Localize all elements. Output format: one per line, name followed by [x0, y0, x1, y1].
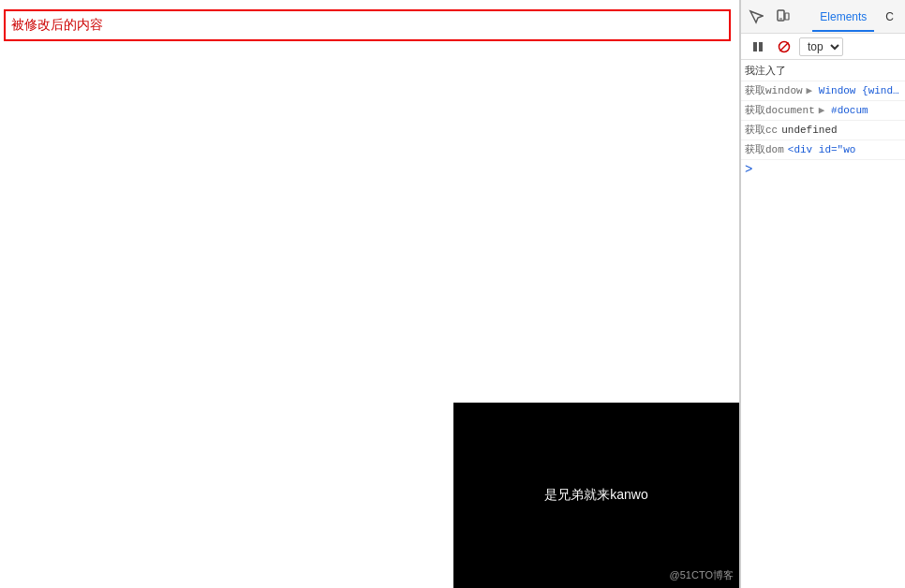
stop-icon-button[interactable] — [773, 36, 795, 58]
black-box-label: 是兄弟就来kanwo — [544, 487, 647, 504]
console-value-4: undefined — [781, 122, 837, 139]
console-line-5: 获取dom <div id="wo — [741, 140, 905, 160]
tab-console[interactable]: C — [878, 3, 901, 31]
svg-line-6 — [780, 42, 789, 51]
tab-elements[interactable]: Elements — [812, 4, 874, 32]
console-line-3: 获取document ▶ #docum — [741, 101, 905, 121]
device-toggle-button[interactable] — [771, 6, 794, 28]
console-prompt[interactable]: > — [741, 160, 905, 179]
play-icon — [751, 40, 764, 53]
console-label-5: 获取dom — [745, 141, 784, 158]
inspect-icon-button[interactable] — [745, 6, 767, 28]
prompt-symbol: > — [745, 162, 752, 177]
svg-rect-3 — [753, 42, 757, 51]
console-label-4: 获取cc — [745, 122, 778, 139]
console-label-2: 获取window — [745, 82, 803, 99]
console-value-3: #docum — [824, 102, 868, 119]
console-line-4: 获取cc undefined — [741, 121, 905, 140]
console-value-5: <div id="wo — [788, 141, 856, 158]
console-value-1: 我注入了 — [745, 63, 786, 80]
modified-text-label: 被修改后的内容 — [11, 17, 103, 34]
console-line-1: 我注入了 — [741, 62, 905, 81]
console-label-3: 获取document — [745, 102, 815, 119]
expand-icon-3[interactable]: ▶ — [819, 102, 825, 119]
console-output: 我注入了 获取window ▶ Window {window: Win 获取do… — [741, 60, 905, 588]
modified-text-box: 被修改后的内容 — [4, 9, 731, 41]
devtools-second-toolbar: top — [741, 34, 905, 60]
context-dropdown[interactable]: top — [799, 37, 843, 56]
inspect-icon — [749, 9, 764, 24]
play-icon-button[interactable] — [747, 36, 769, 58]
svg-rect-4 — [759, 42, 763, 51]
browser-main-content: 被修改后的内容 是兄弟就来kanwo @51CTO博客 — [0, 0, 739, 588]
expand-icon-2[interactable]: ▶ — [807, 82, 813, 99]
watermark-text: @51CTO博客 — [670, 568, 734, 582]
devtools-toolbar: Elements C — [741, 0, 905, 34]
devtools-panel: Elements C top 我注入了 — [740, 0, 905, 588]
svg-rect-1 — [785, 13, 789, 20]
device-icon — [775, 9, 790, 24]
stop-icon — [778, 40, 791, 53]
console-line-2: 获取window ▶ Window {window: Win — [741, 81, 905, 101]
black-box-overlay: 是兄弟就来kanwo — [453, 403, 739, 588]
console-value-2: Window {window: Win — [812, 82, 901, 99]
